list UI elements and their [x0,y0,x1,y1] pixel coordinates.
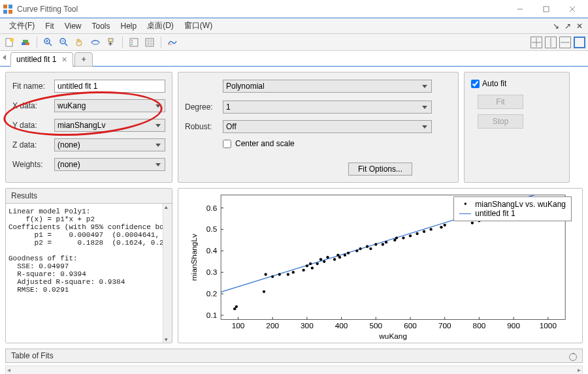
residuals-icon[interactable] [165,35,180,50]
zdata-label: Z data: [12,140,54,149]
svg-rect-12 [23,40,28,42]
center-scale-label: Center and scale [235,139,295,148]
svg-point-81 [278,273,281,275]
layout-1-icon[interactable] [531,37,542,48]
rotate3d-icon[interactable] [88,35,103,50]
svg-line-18 [65,43,67,46]
menu-tools[interactable]: Tools [86,22,115,31]
svg-point-82 [287,273,289,275]
svg-rect-1 [8,5,12,8]
degree-label: Degree: [185,102,223,112]
tab-close-icon[interactable]: ✕ [61,55,67,64]
svg-point-98 [359,247,361,250]
svg-text:400: 400 [335,321,348,330]
svg-text:0.1: 0.1 [206,311,217,320]
close-button[interactable] [559,1,585,18]
svg-point-109 [423,230,425,233]
degree-dropdown[interactable]: 1 [223,101,432,114]
menu-file[interactable]: 文件(F) [4,20,40,31]
autofit-label: Auto fit [482,79,506,88]
annotation-ellipse [2,87,164,141]
maximize-button[interactable] [533,1,559,18]
svg-point-84 [302,269,304,272]
results-panel: Results Linear model Poly1: f(x) = p1*x … [5,188,172,343]
svg-text:900: 900 [507,321,520,330]
chart-legend[interactable]: •mianShangLv vs. wuKang untitled fit 1 [453,196,572,221]
svg-line-14 [49,43,52,46]
robust-dropdown[interactable]: Off [223,120,432,133]
svg-point-80 [271,275,274,278]
zdata-dropdown[interactable]: (none) [54,138,165,151]
robust-label: Robust: [185,122,223,131]
svg-point-88 [316,262,319,265]
fitname-input[interactable] [54,80,165,93]
svg-text:0.3: 0.3 [206,268,218,277]
print-icon[interactable] [18,35,33,50]
legend-line-icon [459,213,471,214]
menu-view[interactable]: View [59,22,87,31]
undock-icon[interactable]: ↗ [563,22,572,31]
tab-new-button[interactable]: + [74,52,93,67]
zoom-in-icon[interactable] [41,35,56,50]
data-selection-panel: Fit name: X data: wuKang Y data: mianSha… [5,72,172,183]
toolbar [0,34,588,51]
weights-dropdown[interactable]: (none) [54,158,165,171]
tab-active[interactable]: untitled fit 1 ✕ [10,52,73,67]
autofit-checkbox[interactable] [471,80,480,88]
svg-rect-2 [3,10,7,14]
legend-item-0: mianShangLv vs. wuKang [475,200,566,209]
menu-desktop[interactable]: 桌面(D) [142,20,179,31]
legend-item-1: untitled fit 1 [475,209,515,218]
title-bar: Curve Fitting Tool [0,0,588,18]
results-scrollbar[interactable] [163,204,172,343]
menu-fit[interactable]: Fit [40,22,59,31]
ydata-dropdown[interactable]: mianShangLv [54,119,165,132]
svg-point-89 [319,258,322,260]
menu-window[interactable]: 窗口(W) [179,20,218,31]
svg-point-95 [344,254,346,257]
chart-panel[interactable]: 10020030040050060070080090010000.10.20.3… [178,188,583,343]
fit-options-button[interactable]: Fit Options... [348,163,412,176]
results-title: Results [6,189,172,204]
app-icon [3,4,13,14]
layout-4-icon[interactable] [574,37,585,48]
pan-icon[interactable] [73,35,87,50]
svg-point-102 [382,243,384,245]
table-of-fits-title: Table of Fits [11,351,54,360]
new-fit-icon[interactable] [3,35,17,50]
svg-point-9 [10,38,14,42]
svg-text:mianShangLv: mianShangLv [189,234,199,281]
center-scale-checkbox[interactable] [223,140,231,148]
zoom-out-icon[interactable] [57,35,71,50]
svg-rect-10 [22,42,25,45]
xdata-dropdown[interactable]: wuKang [54,99,165,112]
table-of-fits-header[interactable]: Table of Fits [5,349,583,363]
svg-point-85 [306,264,308,267]
layout-3-icon[interactable] [559,37,571,48]
svg-rect-5 [544,7,549,12]
layout-2-icon[interactable] [545,37,557,48]
menu-help[interactable]: Help [115,22,142,31]
svg-text:0.6: 0.6 [206,204,218,213]
svg-text:100: 100 [232,321,245,330]
h-scrollbar[interactable] [5,366,583,374]
svg-rect-3 [8,10,12,14]
actions-panel: Auto fit Fit Stop [464,72,570,183]
fit-button[interactable]: Fit [478,95,523,109]
svg-rect-21 [108,39,113,42]
tab-label: untitled fit 1 [16,55,56,64]
stop-button[interactable]: Stop [478,114,523,129]
grid-icon[interactable] [142,35,157,50]
dock-close-icon[interactable]: ✕ [575,22,584,31]
results-text[interactable]: Linear model Poly1: f(x) = p1*x + p2 Coe… [6,204,172,343]
legend-icon[interactable] [127,35,141,50]
minimize-button[interactable] [507,1,533,18]
dock-arrow-icon[interactable]: ↘ [551,22,561,31]
data-cursor-icon[interactable] [104,35,118,50]
ydata-label: Y data: [12,121,54,130]
svg-point-100 [369,247,372,250]
method-dropdown[interactable]: Polynomial [223,80,432,93]
fit-type-panel: Polynomial Degree: 1 Robust: Off Center … [178,72,459,183]
svg-point-112 [444,224,446,226]
tab-strip: untitled fit 1 ✕ + [0,51,588,67]
